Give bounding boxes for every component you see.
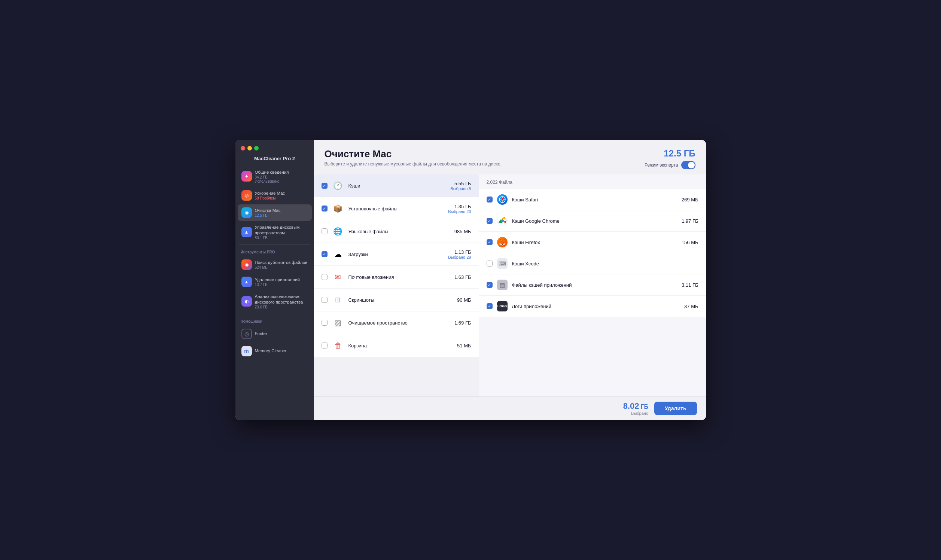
- speed-badge: 50 Проблем: [255, 196, 308, 200]
- install-checkbox[interactable]: [321, 206, 328, 211]
- downloads-checkbox[interactable]: [321, 251, 328, 257]
- app-title: MacCleaner Pro 2: [241, 156, 309, 162]
- uninstall-icon: ▲: [241, 277, 252, 287]
- app-window: MacCleaner Pro 2 ✦ Общие сведения 84.2 Г…: [235, 140, 706, 420]
- cache-selected: Выбрано 5: [450, 186, 471, 191]
- dupes-icon: ◉: [241, 259, 252, 270]
- analyze-icon: ◐: [241, 296, 252, 306]
- firefox-app-icon: 🦊: [497, 237, 507, 248]
- cache-size: 5.55 ГБ: [450, 181, 471, 186]
- firefox-checkbox[interactable]: [487, 239, 493, 245]
- install-name: Установочные файлы: [349, 206, 444, 211]
- lang-icon: 🌐: [332, 225, 344, 237]
- sidebar-item-uninstall[interactable]: ▲ Удаление приложений 13.7 ГБ: [238, 274, 312, 290]
- selected-size: 8.02: [623, 401, 639, 411]
- cache-checkbox[interactable]: [321, 183, 328, 189]
- delete-button[interactable]: Удалить: [654, 402, 697, 415]
- sidebar-item-general[interactable]: ✦ Общие сведения 84.2 ГБ Использовано: [238, 166, 312, 186]
- apps-cache-icon: ▤: [497, 280, 507, 290]
- fullscreen-button[interactable]: [254, 146, 259, 151]
- sidebar-item-funter[interactable]: ◎ Funter: [238, 326, 312, 342]
- funter-label: Funter: [255, 331, 308, 337]
- sub-items-panel: 2,022 Файла Кэши Safari 269 МБ: [479, 174, 706, 397]
- general-label: Общие сведения: [255, 169, 308, 175]
- sidebar-item-clean[interactable]: ◉ Очистка Мас 12.5 ГБ: [238, 205, 312, 221]
- purgeable-name: Очищаемое пространство: [349, 320, 450, 326]
- purgeable-icon: ▨: [332, 317, 344, 329]
- disk-label: Управление дисковым пространством: [255, 225, 308, 236]
- category-trash[interactable]: 🗑 Корзина 51 МБ: [314, 334, 479, 357]
- category-purgeable[interactable]: ▨ Очищаемое пространство 1.69 ГБ: [314, 311, 479, 334]
- cache-name: Кэши: [349, 183, 446, 189]
- trash-checkbox[interactable]: [321, 343, 328, 349]
- category-downloads[interactable]: ☁ Загрузки 1.13 ГБ Выбрано 29: [314, 243, 479, 265]
- general-badge2: Использовано: [255, 179, 308, 183]
- expert-mode-toggle-row: Режим эксперта: [644, 161, 695, 169]
- helpers-section-header: Помощники: [235, 315, 314, 325]
- xcode-checkbox[interactable]: [487, 260, 493, 266]
- sub-item-chrome[interactable]: Кэши Google Chrome 1.97 ГБ: [479, 210, 706, 232]
- dupes-label: Поиск дубликатов файлов: [255, 260, 308, 265]
- analyze-label: Анализ использования дискового пространс…: [255, 294, 308, 305]
- xcode-app-icon: ⌨: [497, 258, 507, 269]
- screenshots-checkbox[interactable]: [321, 297, 328, 303]
- category-install[interactable]: 📦 Установочные файлы 1.35 ГБ Выбрано 20: [314, 197, 479, 220]
- firefox-name: Кэши Firefox: [512, 240, 677, 245]
- screenshots-size: 90 МБ: [457, 297, 471, 303]
- logs-size: 37 МБ: [684, 303, 698, 309]
- sidebar-item-memory[interactable]: m Memory Cleaner: [238, 343, 312, 359]
- xcode-size: —: [693, 261, 698, 266]
- sub-item-xcode[interactable]: ⌨ Кэши Xcode —: [479, 253, 706, 274]
- selected-info: 8.02 ГБ Выбрано: [623, 401, 648, 415]
- bottom-bar: 8.02 ГБ Выбрано Удалить: [314, 397, 706, 420]
- safari-checkbox[interactable]: [487, 197, 493, 203]
- expert-mode-label: Режим эксперта: [644, 163, 678, 168]
- general-icon: ✦: [241, 171, 252, 182]
- apps-cache-name: Файлы кэшей приложений: [512, 282, 678, 288]
- dupes-badge: 524 МБ: [255, 265, 308, 269]
- divider-helpers: [239, 314, 310, 314]
- trash-name: Корзина: [349, 343, 453, 349]
- sidebar-item-analyze[interactable]: ◐ Анализ использования дискового простра…: [238, 291, 312, 312]
- firefox-size: 156 МБ: [682, 240, 698, 245]
- screenshots-icon: ⊡: [332, 294, 344, 306]
- selected-size-unit: ГБ: [640, 403, 648, 410]
- downloads-name: Загрузки: [349, 252, 444, 257]
- clean-icon: ◉: [241, 208, 252, 218]
- lang-name: Языковые файлы: [349, 229, 450, 234]
- install-selected: Выбрано 20: [448, 209, 471, 214]
- sub-item-safari[interactable]: Кэши Safari 269 МБ: [479, 189, 706, 210]
- sub-item-firefox[interactable]: 🦊 Кэши Firefox 156 МБ: [479, 232, 706, 253]
- category-mail[interactable]: ✉ Почтовые вложения 1.63 ГБ: [314, 266, 479, 288]
- pro-section-header: Инструменты PRO: [235, 246, 314, 256]
- minimize-button[interactable]: [248, 146, 252, 151]
- sub-item-logs[interactable]: LOGS Логи приложений 37 МБ: [479, 296, 706, 317]
- sidebar-item-disk[interactable]: ▲ Управление дисковым пространством 80.1…: [238, 222, 312, 243]
- downloads-selected: Выбрано 29: [448, 255, 471, 259]
- chrome-name: Кэши Google Chrome: [512, 218, 678, 224]
- sidebar-item-speed[interactable]: ◎ Ускорение Мас 50 Проблем: [238, 187, 312, 204]
- clean-badge: 12.5 ГБ: [255, 213, 308, 217]
- screenshots-name: Скриншоты: [349, 297, 453, 303]
- purgeable-checkbox[interactable]: [321, 320, 328, 326]
- trash-size: 51 МБ: [457, 343, 471, 349]
- close-button[interactable]: [241, 146, 245, 151]
- safari-size: 269 МБ: [682, 197, 698, 203]
- mail-checkbox[interactable]: [321, 274, 328, 280]
- chrome-checkbox[interactable]: [487, 218, 493, 224]
- category-cache[interactable]: 🕐 Кэши 5.55 ГБ Выбрано 5: [314, 174, 479, 197]
- uninstall-badge: 13.7 ГБ: [255, 283, 308, 287]
- expert-mode-toggle[interactable]: [681, 161, 695, 169]
- disk-icon: ▲: [241, 227, 252, 237]
- lang-checkbox[interactable]: [321, 228, 328, 234]
- sub-item-apps-cache[interactable]: ▤ Файлы кэшей приложений 3.11 ГБ: [479, 274, 706, 296]
- apps-cache-checkbox[interactable]: [487, 282, 493, 288]
- logs-checkbox[interactable]: [487, 303, 493, 309]
- category-screenshots[interactable]: ⊡ Скриншоты 90 МБ: [314, 289, 479, 311]
- uninstall-label: Удаление приложений: [255, 277, 308, 283]
- sidebar-item-dupes[interactable]: ◉ Поиск дубликатов файлов 524 МБ: [238, 257, 312, 273]
- traffic-lights: [241, 146, 309, 151]
- page-subtitle: Выберите и удалите ненужные мусорные фай…: [324, 162, 501, 166]
- category-lang[interactable]: 🌐 Языковые файлы 985 МБ: [314, 220, 479, 243]
- main-content: Очистите Мас Выберите и удалите ненужные…: [314, 140, 706, 420]
